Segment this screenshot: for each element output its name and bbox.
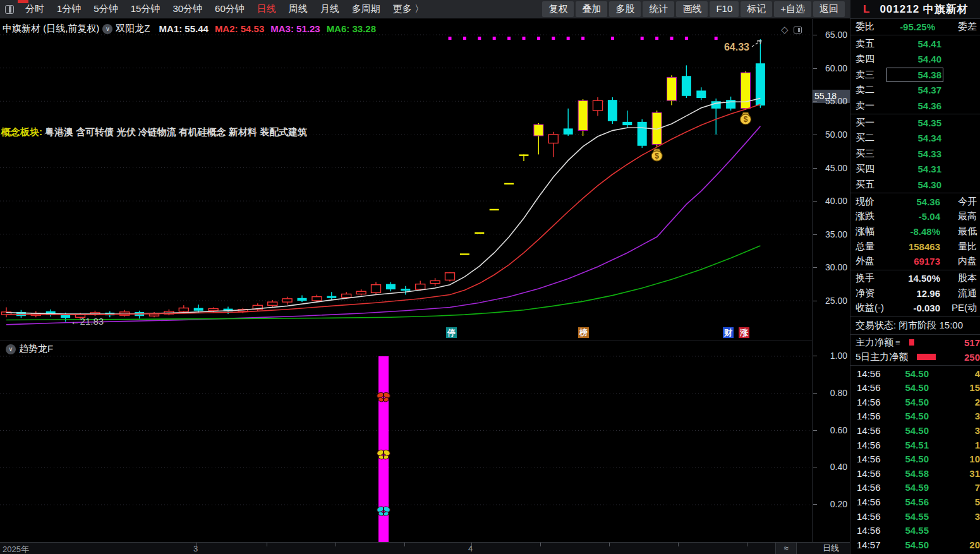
period-tab[interactable]: 5分钟 — [87, 3, 124, 15]
bid-price[interactable]: 54.33 — [888, 148, 941, 159]
layout-icon[interactable] — [5, 5, 14, 14]
stat-label-right: 最低 — [958, 226, 980, 238]
chevron-down-icon[interactable]: ∨ — [102, 24, 112, 34]
period-indicator[interactable]: 日线 — [812, 543, 850, 554]
sub-chart[interactable]: ∨ 趋势龙F — [0, 340, 812, 542]
ask-row[interactable]: 卖四 54.40 — [850, 52, 980, 67]
sub-indicator-name[interactable]: 趋势龙F — [19, 343, 53, 355]
period-tab[interactable]: 月线 — [314, 3, 346, 15]
candlestick-chart[interactable]: $ $ ←21.8364.33 — [0, 19, 812, 340]
tick-time: 14:56 — [850, 482, 887, 493]
period-tab[interactable]: 更多 〉 — [387, 3, 430, 15]
ask-price[interactable]: 54.37 — [888, 85, 941, 95]
ask-row[interactable]: 卖一 54.36 — [850, 98, 980, 113]
bid-row[interactable]: 买五 54.30 — [850, 177, 980, 192]
quote-panel: 委比 -95.25% 委差 卖五 54.41 卖四 54.40 卖三 54.38 — [850, 19, 980, 554]
toolbar-button[interactable]: 叠加 — [576, 1, 607, 17]
window-split-icon[interactable] — [794, 27, 802, 33]
period-toolbar: 分时1分钟5分钟15分钟30分钟60分钟日线周线月线多周期更多 〉 复权叠加多股… — [0, 0, 850, 19]
stat-row: 现价 54.36 今开 — [850, 194, 980, 209]
tick-row: 14:56 54.50 3 — [850, 409, 980, 424]
ask-price[interactable]: 54.41 — [888, 39, 941, 49]
toolbar-button[interactable]: 标记 — [741, 1, 772, 17]
ask-row[interactable]: 卖三 54.38 — [850, 67, 980, 82]
tick-row: 14:56 54.50 10 — [850, 452, 980, 466]
svg-text:$: $ — [655, 152, 659, 160]
stock-title: 001212 中旗新材 — [880, 2, 968, 16]
toolbar-button[interactable]: +自选 — [774, 1, 811, 17]
period-tab[interactable]: 多周期 — [346, 3, 387, 15]
stats-block-2: 换手 14.50% 股本 净资 12.96 流通 收益(-) -0.030 PE… — [850, 271, 980, 316]
indicator-switch-icon[interactable]: ≈ — [775, 543, 797, 554]
tick-time: 14:56 — [850, 468, 887, 479]
toolbar-button[interactable]: 复权 — [542, 1, 574, 17]
day5-flow-row[interactable]: 5日主力净额 250 — [850, 350, 980, 364]
stat-value: 158463 — [888, 241, 940, 252]
event-badge[interactable]: 涨 — [739, 327, 749, 338]
ma-label: MA1: 55.44 — [159, 23, 209, 34]
period-tab[interactable]: 1分钟 — [51, 3, 87, 15]
bid-levels: 买一 54.35 买二 54.34 买三 54.33 买四 54.31 — [850, 115, 980, 192]
main-flow-row[interactable]: 主力净额 ≡ 517 — [850, 335, 980, 350]
ask-label: 卖三 — [850, 69, 888, 81]
bid-price[interactable]: 54.35 — [888, 117, 941, 128]
indicator-chart[interactable] — [0, 340, 812, 543]
main-chart[interactable]: $ $ ←21.8364.33 中旗新材 (日线,前复权) ∨ 双阳龙Z MA1… — [0, 19, 812, 340]
bid-row[interactable]: 买二 54.34 — [850, 131, 980, 146]
indicator-name[interactable]: 双阳龙Z — [116, 23, 150, 35]
price-axis-label: 30.00 — [813, 262, 847, 272]
stat-row: 收益(-) -0.030 PE(动 — [850, 301, 980, 316]
weibi-label: 委比 — [850, 21, 888, 33]
concept-label: 概念板块: — [1, 126, 42, 137]
toolbar-button[interactable]: F10 — [710, 1, 739, 17]
period-tab[interactable]: 日线 — [251, 3, 282, 15]
toolbar-button[interactable]: 统计 — [643, 1, 674, 17]
toolbar-button[interactable]: 多股 — [609, 1, 641, 17]
period-tab[interactable]: 60分钟 — [209, 3, 251, 15]
ask-price[interactable]: 54.36 — [888, 100, 941, 111]
action-buttons: 复权叠加多股统计画线F10标记+自选返回 — [540, 1, 850, 17]
sub-chart-header: ∨ 趋势龙F — [3, 343, 53, 355]
tick-price: 54.50 — [887, 454, 929, 464]
period-tab[interactable]: 30分钟 — [166, 3, 209, 15]
weicha-label: 委差 — [958, 21, 980, 33]
event-badge[interactable]: 财 — [723, 327, 734, 338]
ask-row[interactable]: 卖二 54.37 — [850, 83, 980, 98]
period-tab[interactable]: 周线 — [282, 3, 314, 15]
tick-price: 54.50 — [887, 368, 929, 379]
ask-price[interactable]: 54.40 — [888, 54, 941, 64]
price-axis-label: 35.00 — [813, 229, 847, 239]
stat-label: 外盘 — [850, 255, 888, 267]
tick-volume: 10 — [929, 454, 980, 464]
tick-volume: 7 — [929, 482, 980, 493]
price-axis-label: 40.00 — [813, 196, 847, 206]
period-tab[interactable]: 分时 — [19, 3, 51, 15]
indicator-axis-label: 0.80 — [813, 388, 847, 398]
bid-row[interactable]: 买三 54.33 — [850, 146, 980, 161]
diamond-icon[interactable]: ◇ — [781, 24, 789, 35]
tick-volume: 31 — [929, 468, 980, 479]
event-badge[interactable]: 停 — [446, 327, 457, 338]
stat-value: -0.030 — [888, 303, 940, 313]
tick-time: 14:56 — [850, 525, 887, 536]
concept-line: 概念板块: 粤港澳 含可转债 光伏 冷链物流 有机硅概念 新材料 装配式建筑 — [1, 126, 307, 138]
bid-row[interactable]: 买四 54.31 — [850, 162, 980, 177]
stat-row: 总量 158463 量比 — [850, 239, 980, 254]
stat-row: 涨幅 -8.48% 最低 — [850, 224, 980, 239]
event-badge[interactable]: 榜 — [578, 327, 589, 338]
ask-row[interactable]: 卖五 54.41 — [850, 36, 980, 51]
bid-price[interactable]: 54.31 — [888, 164, 941, 174]
toolbar-button[interactable]: 返回 — [813, 1, 845, 17]
bid-price[interactable]: 54.34 — [888, 133, 941, 143]
period-tab[interactable]: 15分钟 — [124, 3, 167, 15]
tick-list[interactable]: 14:56 54.50 4 14:56 54.50 15 14:56 54.50… — [850, 366, 980, 552]
collapse-icon[interactable]: ∨ — [6, 344, 16, 354]
tick-price: 54.50 — [887, 539, 929, 550]
bid-price[interactable]: 54.30 — [888, 179, 941, 190]
concept-list: 粤港澳 含可转债 光伏 冷链物流 有机硅概念 新材料 装配式建筑 — [45, 126, 307, 137]
bid-row[interactable]: 买一 54.35 — [850, 115, 980, 130]
ask-price[interactable]: 54.38 — [888, 69, 941, 80]
toolbar-button[interactable]: 画线 — [676, 1, 708, 17]
period-tabs: 分时1分钟5分钟15分钟30分钟60分钟日线周线月线多周期更多 〉 — [19, 3, 430, 15]
time-axis-tick — [267, 543, 267, 546]
